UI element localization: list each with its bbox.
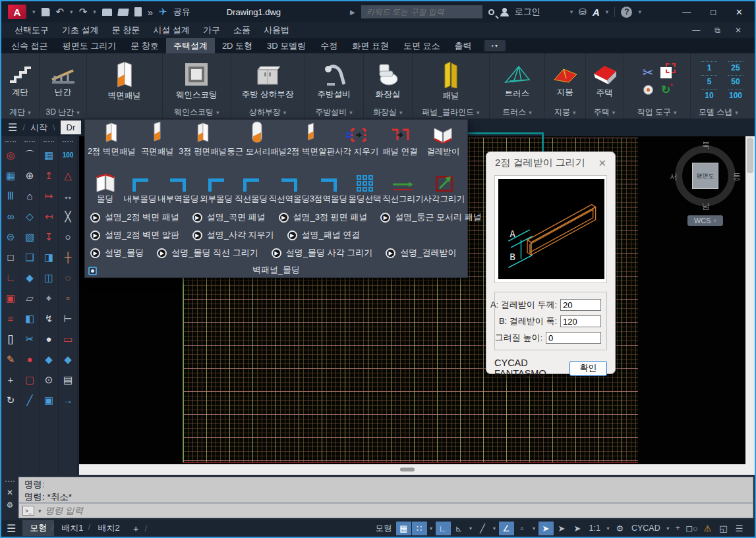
file-tabs-menu-icon[interactable]: ☰ (8, 121, 17, 134)
width-input[interactable] (560, 315, 601, 327)
tool-icon[interactable]: ◫ (40, 267, 58, 288)
status-toggle[interactable]: ▾ (467, 522, 475, 535)
description-link[interactable]: ▶설명_곡면 패널 (192, 211, 266, 223)
tool-icon[interactable]: ┼ (59, 247, 77, 267)
login-caret-icon[interactable]: ▾ (570, 9, 573, 15)
wcs-selector[interactable]: WCS▾ (687, 215, 723, 226)
flyout-2pt-wall-panel[interactable]: 2점 벽면패널 (88, 121, 136, 157)
group-model-snap[interactable]: 모델 스냅▾ (691, 106, 754, 119)
description-link[interactable]: ▶설명_2점 벽면 패널 (90, 211, 179, 223)
status-toggle[interactable]: ◻○ (684, 522, 699, 535)
tool-icon[interactable]: ◆ (40, 349, 58, 369)
toolbar-grip[interactable] (44, 141, 54, 142)
status-toggle[interactable]: ▾ (604, 522, 612, 535)
command-grip[interactable] (5, 481, 15, 482)
tool-icon[interactable]: ◧ (20, 308, 39, 329)
doc-close-button[interactable]: ✕ (735, 26, 741, 35)
tool-icon[interactable]: ▱ (20, 288, 39, 308)
group-3d-railing[interactable]: 3D 난간▾ (40, 106, 86, 119)
tool-icon[interactable]: ⊕ (20, 165, 39, 186)
horizontal-scrollbar[interactable] (79, 464, 755, 475)
group-wainscoting[interactable]: 웨인스코팅▾ (163, 106, 231, 119)
layout-tab[interactable]: 배치2 (91, 520, 127, 536)
tool-icon[interactable]: Ⅲ (1, 186, 20, 206)
tool-icon[interactable]: ∞ (1, 206, 20, 227)
tool-icon[interactable]: ▤ (59, 369, 77, 390)
menu-item[interactable]: 시설 설계 (146, 24, 196, 36)
snap-value-button[interactable]: 100 (728, 89, 743, 100)
ribbon-tab[interactable]: 도면 요소 (396, 38, 448, 53)
store-caret-icon[interactable]: ▾ (606, 9, 609, 15)
tool-icon[interactable]: ⌂ (20, 186, 39, 206)
tool-icon[interactable]: □ (1, 247, 20, 267)
description-link[interactable]: ▶설명_몰딩 (90, 247, 144, 259)
group-work-tools[interactable]: 주택▾ (586, 106, 624, 119)
open-folder-icon[interactable] (117, 9, 129, 16)
tool-icon[interactable]: [] (1, 329, 20, 349)
status-menu-icon[interactable]: ☰ (7, 522, 16, 535)
undo-caret-icon[interactable]: ▾ (70, 9, 73, 15)
status-toggle[interactable]: ➤ (538, 522, 554, 535)
wainscoting-button[interactable]: 웨인스코팅 (176, 61, 218, 101)
horizontal-scrollbar-thumb[interactable] (400, 468, 415, 471)
flyout-3pt-reverse-molding[interactable]: 3점역몰딩 (310, 178, 347, 205)
flyout-erase-rect[interactable]: 사각 지우기 (335, 127, 378, 157)
doc-minimize-button[interactable]: — (692, 26, 700, 35)
kitchen-cabinet-button[interactable]: 주방 상하부장 (242, 62, 293, 100)
ok-button[interactable]: 확인 (569, 361, 607, 376)
scissors-icon[interactable]: ✂ (643, 65, 654, 80)
roof-button[interactable]: 지붕 (552, 64, 578, 98)
tool-icon[interactable]: ▦ (1, 165, 20, 186)
tool-icon[interactable]: 100 (59, 145, 77, 165)
tool-icon[interactable]: ❏ (20, 247, 39, 267)
ribbon-tab[interactable]: 출력 (448, 38, 479, 53)
store-cart-icon[interactable]: ⛁ (579, 7, 587, 17)
ribbon-tab[interactable]: 화면 표현 (345, 38, 396, 53)
vertical-scrollbar-thumb[interactable] (747, 138, 753, 173)
tool-icon[interactable]: ▣ (1, 288, 20, 308)
command-close-icon[interactable]: ✕ (7, 488, 13, 497)
compass-west[interactable]: 서 (670, 171, 678, 182)
tool-icon[interactable]: ↔ (59, 186, 77, 206)
description-link[interactable]: ▶설명_몰딩 직선 그리기 (157, 247, 258, 259)
target-icon[interactable] (643, 85, 653, 95)
snap-value-button[interactable]: 50 (728, 75, 743, 86)
thickness-input[interactable] (560, 299, 601, 311)
login-label[interactable]: 로그인 (515, 6, 540, 18)
help-icon[interactable]: ? (621, 7, 632, 18)
group-bathroom[interactable]: 화장실▾ (364, 106, 412, 119)
compass-south[interactable]: 남 (702, 201, 710, 212)
flyout-molding-select[interactable]: 몰딩선택 (347, 175, 382, 205)
description-link[interactable]: ▶설명_패널 연결 (287, 229, 361, 241)
help-caret-icon[interactable]: ▾ (638, 9, 641, 15)
compass-east[interactable]: 동 (733, 171, 741, 182)
status-toggle[interactable]: ☰ (732, 522, 747, 535)
tool-icon[interactable]: ◌ (59, 267, 77, 288)
flyout-inner-reverse-molding[interactable]: 내부역몰딩 (158, 178, 199, 205)
ribbon-tab[interactable]: 2D 도형 (215, 38, 260, 53)
redo-caret-icon[interactable]: ▾ (93, 9, 96, 15)
snap-value-button[interactable]: 1 (701, 61, 717, 72)
stairs-button[interactable]: 계단 (7, 64, 32, 98)
flyout-3pt-flat-panel[interactable]: 3점 평면패널 (179, 121, 227, 157)
tool-icon[interactable]: ↤ (40, 206, 58, 227)
ribbon-collapse-button[interactable]: ▪ ▾ (484, 40, 506, 51)
tool-icon[interactable]: ⊢ (59, 308, 77, 329)
status-toggle[interactable]: ∟ (436, 522, 451, 535)
tool-icon[interactable]: ↻ (1, 390, 20, 410)
flyout-curved-panel[interactable]: 곡면패널 (136, 121, 179, 157)
flyout-round-corner-panel[interactable]: 둥근 모서리패널 (227, 121, 287, 157)
compass-plan-view[interactable]: 평면도 (692, 163, 718, 189)
selection-box-icon[interactable] (660, 67, 672, 78)
group-stairs[interactable]: 계단▾ (1, 106, 39, 119)
status-toggle[interactable]: ⚙ (612, 522, 627, 535)
app-logo[interactable]: A (8, 5, 26, 19)
flyout-baseboard[interactable]: 걸레받이 (422, 124, 465, 157)
height-input[interactable] (546, 332, 601, 344)
group-kitchen-fixture[interactable]: 주방설비▾ (305, 106, 363, 119)
layout-tab[interactable]: 배치1 (54, 520, 90, 536)
command-caret-icon[interactable]: ▾ (38, 508, 42, 514)
more-tools-icon[interactable]: » (148, 7, 153, 18)
command-wrench-icon[interactable]: ⚙ (7, 500, 14, 510)
status-toggle[interactable]: ∷ (412, 522, 427, 535)
